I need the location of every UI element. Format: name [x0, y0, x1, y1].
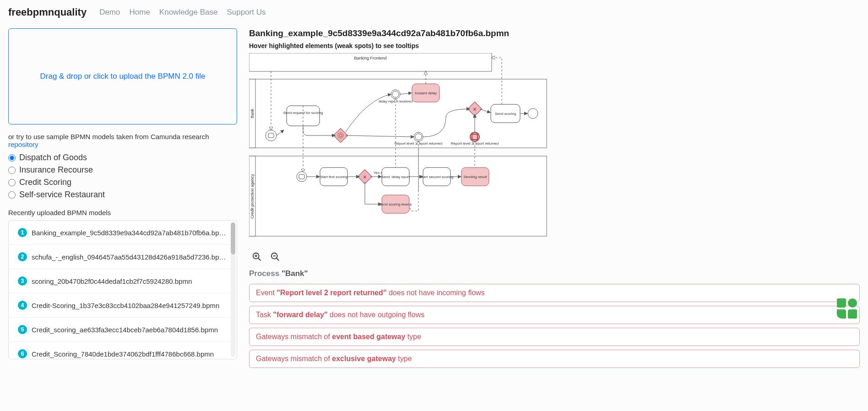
- recent-heading: Recently uploaded BPMN models: [8, 209, 237, 216]
- svg-text:Send 'delay eport: Send 'delay eport: [381, 175, 410, 179]
- recent-list[interactable]: 1 Banking_example_9c5d8339e9a344cd92a7ab…: [8, 220, 237, 359]
- recent-badge: 6: [18, 349, 27, 358]
- scrollbar-thumb[interactable]: [231, 222, 235, 254]
- radio-label: Credit Scoring: [19, 178, 71, 187]
- radio-dispatch-of-goods[interactable]: Dispatch of Goods: [8, 153, 237, 162]
- recent-badge: 5: [18, 325, 27, 334]
- recent-badge: 4: [18, 301, 27, 310]
- recent-badge: 2: [18, 252, 27, 261]
- svg-point-34: [848, 298, 857, 308]
- sample-radios: Dispatch of Goods Insurance Recourse Cre…: [8, 153, 237, 200]
- recent-label: Credit-Scoring_1b37e3c83ccb4102baa284e94…: [32, 302, 219, 309]
- radio-label: Insurance Recourse: [19, 165, 93, 175]
- nav-home[interactable]: Home: [130, 8, 150, 17]
- navbar: freebpmnquality Demo Home Knowledge Base…: [0, 0, 868, 25]
- svg-rect-2: [268, 133, 274, 138]
- radio-credit-scoring[interactable]: Credit Scoring: [8, 178, 237, 187]
- bpmn-diagram[interactable]: Banking Frontend Bank Credit protection …: [249, 53, 860, 245]
- svg-text:Send scoring: Send scoring: [495, 112, 516, 116]
- svg-line-27: [258, 258, 261, 261]
- warning-item[interactable]: Gateways mismatch of event based gateway…: [249, 328, 860, 346]
- pool-agency-label: Credit protection agency: [250, 174, 255, 219]
- recent-badge: 1: [18, 228, 27, 237]
- nav-demo[interactable]: Demo: [99, 8, 120, 17]
- recent-label: Credit_scoring_ae633fa3ecc14bceb7aeb6a78…: [32, 326, 218, 334]
- svg-point-7: [392, 91, 399, 97]
- radio-self-service-restaurant[interactable]: Self-service Restaurant: [8, 190, 237, 200]
- zoom-in-icon[interactable]: [252, 252, 262, 262]
- brand[interactable]: freebpmnquality: [8, 6, 87, 18]
- pool-bank-label: Bank: [250, 108, 255, 118]
- nav-support[interactable]: Support Us: [227, 8, 266, 17]
- sample-repository-link[interactable]: repository: [8, 141, 38, 148]
- svg-text:forward delay: forward delay: [415, 91, 437, 95]
- end-event-bank[interactable]: [528, 108, 538, 119]
- svg-text:×: ×: [473, 106, 476, 113]
- pool-frontend-label: Banking Frontend: [354, 56, 386, 60]
- sample-hint: or try to use sample BPMN models taken f…: [8, 133, 237, 148]
- svg-point-36: [845, 306, 849, 311]
- svg-text:×: ×: [363, 174, 366, 180]
- radio-input[interactable]: [8, 191, 16, 199]
- recent-label: scoring_20b470b2f0c44dedaf1cb2f7c5924280…: [32, 277, 192, 285]
- svg-text:Send scoring level 1: Send scoring level 1: [379, 202, 412, 206]
- recent-item[interactable]: 4 Credit-Scoring_1b37e3c83ccb4102baa284e…: [9, 293, 237, 318]
- radio-input[interactable]: [8, 167, 16, 174]
- process-label: Process "Bank": [249, 269, 860, 278]
- recent-item[interactable]: 6 Credit_Scoring_7840de1bde374062bdf1fff…: [9, 342, 237, 359]
- svg-rect-12: [472, 134, 477, 140]
- task-send-request[interactable]: [287, 106, 320, 126]
- radio-label: Dispatch of Goods: [19, 153, 87, 162]
- nav-kb[interactable]: Knowledge Base: [159, 8, 218, 17]
- floating-logo-icon[interactable]: [836, 297, 858, 319]
- svg-line-31: [277, 258, 279, 261]
- recent-item[interactable]: 3 scoring_20b470b2f0c44dedaf1cb2f7c59242…: [9, 269, 237, 293]
- recent-item[interactable]: 1 Banking_example_9c5d8339e9a344cd92a7ab…: [9, 221, 237, 245]
- svg-text:Sending result: Sending result: [463, 175, 487, 179]
- svg-point-10: [415, 134, 422, 140]
- svg-rect-35: [848, 309, 857, 319]
- recent-label: Banking_example_9c5d8339e9a344cd92a7ab48…: [32, 229, 228, 237]
- warning-item[interactable]: Task "forward delay" does not have outgo…: [249, 306, 860, 324]
- radio-label: Self-service Restaurant: [19, 190, 105, 200]
- recent-item[interactable]: 5 Credit_scoring_ae633fa3ecc14bceb7aeb6a…: [9, 318, 237, 342]
- recent-item[interactable]: 2 schufa_-_english_0946457aa55d43128d426…: [9, 245, 237, 269]
- radio-insurance-recourse[interactable]: Insurance Recourse: [8, 165, 237, 175]
- radio-input[interactable]: [8, 154, 16, 162]
- svg-rect-17: [299, 174, 304, 179]
- recent-badge: 3: [18, 276, 27, 286]
- bpmn-svg: Banking Frontend Bank Credit protection …: [249, 53, 551, 245]
- warning-item[interactable]: Event "Report level 2 report returned" d…: [249, 284, 860, 302]
- recent-label: Credit_Scoring_7840de1bde374062bdf1fff47…: [32, 350, 214, 358]
- hover-hint: Hover highlighted elements (weak spots) …: [249, 42, 860, 49]
- svg-text:Start first scoring: Start first scoring: [320, 175, 347, 179]
- svg-text:Start second scoring: Start second scoring: [420, 175, 454, 179]
- warning-list: Event "Report level 2 report returned" d…: [249, 284, 860, 368]
- upload-dropzone[interactable]: Drag & drop or click to upload the BPMN …: [8, 28, 237, 124]
- radio-input[interactable]: [8, 179, 16, 186]
- svg-rect-33: [837, 298, 846, 308]
- recent-label: schufa_-_english_0946457aa55d43128d426a9…: [32, 253, 228, 261]
- warning-item[interactable]: Gateways mismatch of exclusive gateway t…: [249, 350, 860, 368]
- zoom-out-icon[interactable]: [270, 252, 280, 262]
- upload-text: Drag & drop or click to upload the BPMN …: [40, 72, 206, 81]
- file-title: Banking_example_9c5d8339e9a344cd92a7ab48…: [249, 28, 860, 38]
